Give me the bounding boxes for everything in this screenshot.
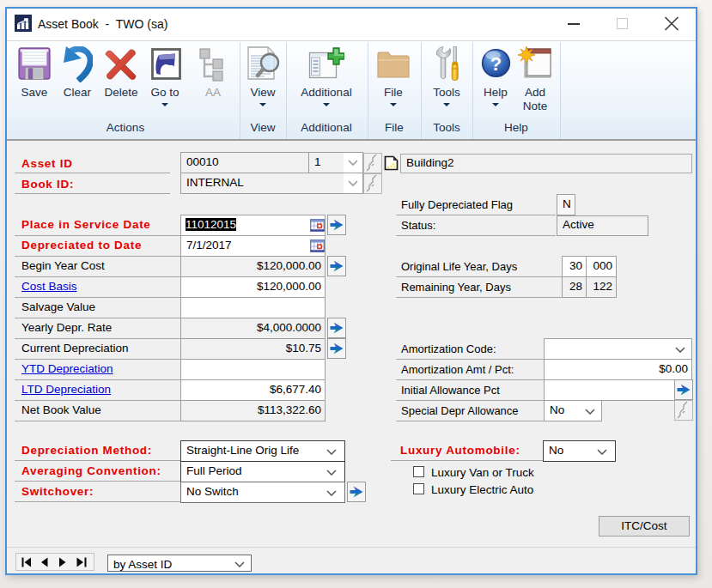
svg-text:?: ? [490, 53, 502, 75]
